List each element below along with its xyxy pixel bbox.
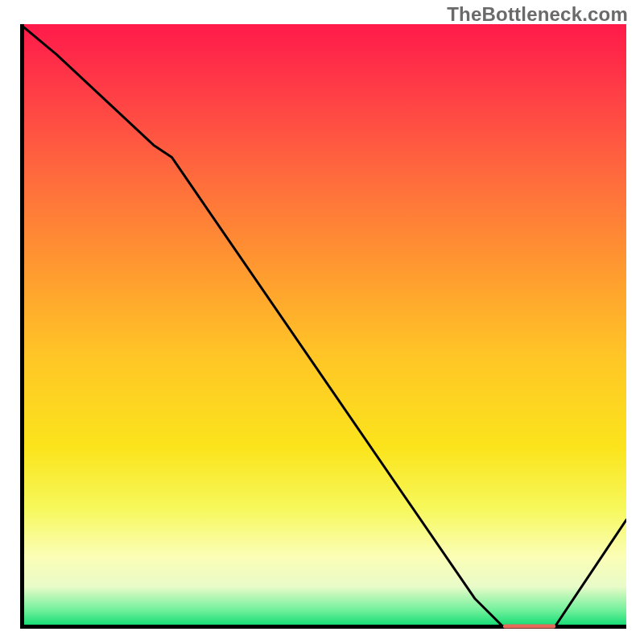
plot-area — [20, 24, 626, 629]
curve-path — [20, 24, 626, 629]
chart-frame: TheBottleneck.com — [0, 0, 644, 644]
watermark-text: TheBottleneck.com — [447, 3, 628, 26]
line-series — [20, 24, 626, 629]
